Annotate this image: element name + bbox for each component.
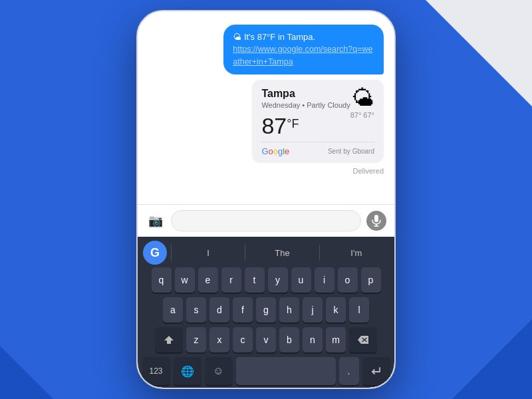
key-backspace[interactable] [349, 327, 377, 352]
key-y[interactable]: y [268, 267, 288, 293]
phone-screen: 🌤 It's 87°F in Tampa. https://www.google… [138, 11, 394, 388]
key-row-3: z x c v b n m [140, 327, 392, 352]
sent-by-label: Sent by Gboard [328, 148, 374, 155]
key-r[interactable]: r [221, 267, 241, 293]
weather-hi-lo: 87° 67° [350, 111, 374, 119]
google-logo: Google [261, 146, 289, 156]
key-z[interactable]: z [186, 327, 206, 352]
key-j[interactable]: j [303, 297, 323, 323]
camera-icon[interactable]: 📷 [146, 211, 166, 231]
weather-city: Tampa [261, 88, 350, 100]
bg-corner-bottom-right [452, 319, 532, 399]
suggestion-right[interactable]: I'm [321, 248, 392, 258]
key-s[interactable]: s [186, 297, 206, 323]
gboard-logo: G [143, 241, 167, 265]
svg-rect-0 [374, 215, 378, 222]
keyboard-rows: q w e r t y u i o p a s d f g [140, 267, 392, 385]
mic-icon[interactable] [366, 211, 386, 231]
suggestion-middle[interactable]: The [247, 248, 317, 258]
phone-frame: 🌤 It's 87°F in Tampa. https://www.google… [136, 10, 396, 389]
bubble-container: 🌤 It's 87°F in Tampa. https://www.google… [148, 25, 384, 176]
suggestion-left[interactable]: I [173, 248, 243, 258]
divider-mid [245, 245, 245, 261]
key-globe[interactable]: 🌐 [174, 357, 201, 385]
key-f[interactable]: f [233, 297, 253, 323]
key-row-2: a s d f g h j k l [140, 297, 392, 323]
key-a[interactable]: a [163, 297, 183, 323]
key-b[interactable]: b [279, 327, 299, 352]
key-d[interactable]: d [209, 297, 229, 323]
key-h[interactable]: h [279, 297, 299, 323]
key-numbers[interactable]: 123 [142, 357, 170, 385]
key-e[interactable]: e [198, 267, 218, 293]
weather-card-footer: Google Sent by Gboard [261, 142, 374, 156]
key-w[interactable]: w [175, 267, 195, 293]
key-enter[interactable] [362, 357, 390, 385]
key-k[interactable]: k [326, 297, 346, 323]
weather-desc: Wednesday • Partly Cloudy [261, 101, 350, 109]
divider-right [319, 245, 320, 261]
bubble-link[interactable]: https://www.google.com/search?q=weather+… [233, 45, 372, 66]
key-g[interactable]: g [256, 297, 276, 323]
key-x[interactable]: x [209, 327, 229, 352]
key-row-4: 123 🌐 ☺ . [140, 357, 392, 385]
key-p[interactable]: p [361, 267, 381, 293]
key-o[interactable]: o [338, 267, 358, 293]
key-row-1: q w e r t y u i o p [140, 267, 392, 293]
bubble-text: 🌤 It's 87°F in Tampa. [233, 32, 315, 42]
key-shift[interactable] [155, 327, 183, 352]
weather-card-top: Tampa Wednesday • Partly Cloudy 87°F 🌤 8… [261, 88, 374, 140]
key-v[interactable]: v [256, 327, 276, 352]
key-t[interactable]: t [245, 267, 265, 293]
divider-left [171, 245, 172, 261]
messages-area: 🌤 It's 87°F in Tampa. https://www.google… [138, 11, 394, 204]
input-bar: 📷 [138, 204, 394, 237]
delivered-status: Delivered [353, 167, 384, 175]
key-i[interactable]: i [315, 267, 334, 293]
keyboard: G I The I'm q w e r t y u i [138, 237, 394, 388]
message-bubble: 🌤 It's 87°F in Tampa. https://www.google… [223, 25, 384, 74]
weather-card: Tampa Wednesday • Partly Cloudy 87°F 🌤 8… [252, 80, 384, 163]
key-u[interactable]: u [291, 267, 311, 293]
key-period[interactable]: . [339, 357, 359, 385]
weather-info: Tampa Wednesday • Partly Cloudy 87°F [261, 88, 350, 140]
key-q[interactable]: q [152, 267, 172, 293]
key-space[interactable] [236, 357, 336, 385]
key-c[interactable]: c [233, 327, 253, 352]
message-input[interactable] [171, 210, 361, 231]
key-n[interactable]: n [303, 327, 323, 352]
key-m[interactable]: m [326, 327, 346, 352]
weather-icon: 🌤 [352, 85, 374, 111]
key-l[interactable]: l [349, 297, 369, 323]
bg-corner-top-right [426, 0, 532, 106]
bg-corner-bottom-left [0, 346, 53, 399]
key-emoji[interactable]: ☺ [205, 357, 233, 385]
suggestions-bar: G I The I'm [140, 241, 392, 265]
weather-temp: 87°F [261, 113, 299, 139]
svg-marker-3 [164, 336, 174, 344]
